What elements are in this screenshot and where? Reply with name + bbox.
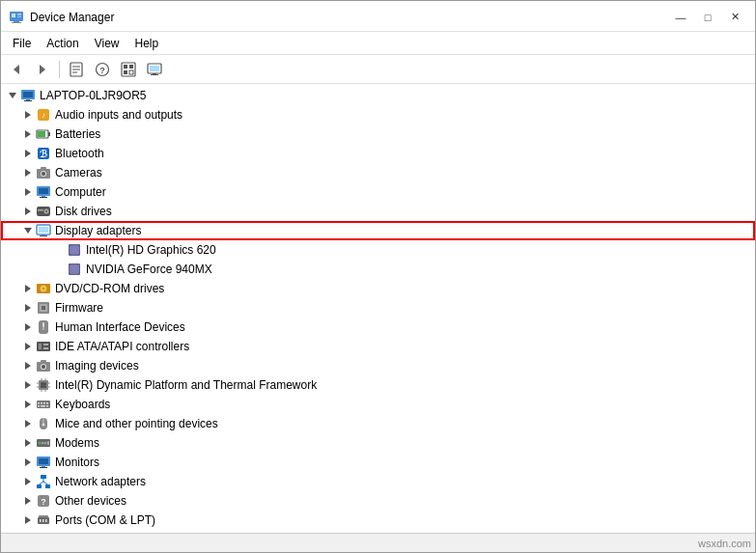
computer-icon [20, 88, 36, 103]
back-button[interactable] [5, 59, 28, 80]
tree-item-firmware[interactable]: Firmware [1, 298, 755, 318]
help-button[interactable]: ? [91, 59, 114, 80]
keyboards-icon [36, 397, 51, 412]
firmware-label: Firmware [55, 301, 103, 315]
tree-item-intel-gpu[interactable]: Intel(R) HD Graphics 620 [1, 240, 755, 260]
svg-rect-85 [41, 360, 46, 363]
other-expand-arrow[interactable] [20, 493, 36, 509]
ports-label: Ports (COM & LPT) [55, 513, 155, 527]
tree-item-keyboards[interactable]: Keyboards [1, 395, 755, 414]
tree-item-ports[interactable]: Ports (COM & LPT) [1, 511, 755, 530]
disk-expand-arrow[interactable] [20, 204, 36, 219]
svg-rect-27 [24, 100, 32, 101]
ports-expand-arrow[interactable] [20, 512, 36, 528]
mice-expand-arrow[interactable] [20, 416, 36, 431]
keyboards-expand-arrow[interactable] [20, 397, 36, 412]
tree-item-monitors[interactable]: Monitors [1, 453, 755, 472]
menu-view[interactable]: View [87, 35, 127, 52]
scan-button[interactable] [117, 59, 140, 80]
svg-rect-42 [41, 167, 46, 170]
tree-item-audio[interactable]: ♪ Audio inputs and outputs [1, 105, 755, 124]
svg-marker-72 [25, 323, 31, 331]
svg-rect-118 [39, 458, 48, 464]
svg-rect-47 [40, 197, 47, 198]
svg-rect-101 [43, 402, 45, 404]
svg-marker-38 [25, 169, 31, 177]
tree-item-mice[interactable]: Mice and other pointing devices [1, 414, 755, 433]
hid-expand-arrow[interactable] [20, 319, 36, 335]
tree-item-dvd[interactable]: DVD/CD-ROM drives [1, 279, 755, 298]
devices-view-button[interactable] [143, 59, 166, 80]
svg-rect-134 [42, 519, 44, 522]
svg-marker-6 [14, 65, 19, 74]
intel-gpu-label: Intel(R) HD Graphics 620 [86, 243, 216, 257]
tree-item-disk-drives[interactable]: Disk drives [1, 202, 755, 221]
tree-item-bluetooth[interactable]: ℬ Bluetooth [1, 144, 755, 163]
forward-button[interactable] [31, 59, 54, 80]
tree-container[interactable]: LAPTOP-0LJR9OR5 ♪ Audio inputs and outpu… [1, 84, 755, 533]
cameras-expand-arrow[interactable] [20, 165, 36, 180]
bluetooth-label: Bluetooth [55, 147, 104, 160]
svg-line-126 [40, 482, 44, 484]
ports-icon [36, 512, 51, 528]
dvd-expand-arrow[interactable] [20, 281, 36, 296]
root-label: LAPTOP-0LJR9OR5 [40, 89, 147, 102]
tree-item-modems[interactable]: Modems [1, 433, 755, 453]
minimize-button[interactable]: — [668, 8, 693, 27]
imaging-icon [36, 358, 51, 373]
root-expand-arrow[interactable] [5, 88, 20, 103]
tree-item-nvidia-gpu[interactable]: NVIDIA GeForce 940MX [1, 260, 755, 279]
dvd-label: DVD/CD-ROM drives [55, 282, 164, 295]
intel-platform-expand-arrow[interactable] [20, 377, 36, 393]
intel-platform-icon [36, 377, 51, 393]
svg-rect-133 [40, 519, 42, 522]
batteries-expand-arrow[interactable] [20, 126, 36, 142]
tree-item-batteries[interactable]: Batteries [1, 124, 755, 144]
mice-label: Mice and other pointing devices [55, 417, 218, 430]
svg-marker-81 [25, 362, 31, 370]
imaging-expand-arrow[interactable] [20, 358, 36, 373]
svg-marker-64 [25, 285, 31, 292]
other-label: Other devices [55, 494, 126, 508]
menu-help[interactable]: Help [127, 35, 167, 52]
computer-expand-arrow[interactable] [20, 184, 36, 200]
tree-item-hid[interactable]: Human Interface Devices [1, 318, 755, 337]
tree-item-computer[interactable]: Computer [1, 182, 755, 202]
monitors-expand-arrow[interactable] [20, 455, 36, 470]
ide-expand-arrow[interactable] [20, 339, 36, 354]
tree-item-display-adapters[interactable]: Display adapters [1, 221, 755, 240]
tree-root[interactable]: LAPTOP-0LJR9OR5 [1, 86, 755, 105]
tree-item-cameras[interactable]: Cameras [1, 163, 755, 182]
menu-file[interactable]: File [5, 35, 39, 52]
svg-marker-121 [25, 478, 31, 485]
audio-label: Audio inputs and outputs [55, 108, 182, 122]
audio-expand-arrow[interactable] [20, 107, 36, 123]
main-content: LAPTOP-0LJR9OR5 ♪ Audio inputs and outpu… [1, 84, 755, 533]
menu-action[interactable]: Action [39, 35, 86, 52]
modems-expand-arrow[interactable] [20, 435, 36, 451]
firmware-expand-arrow[interactable] [20, 300, 36, 316]
svg-rect-80 [43, 347, 48, 349]
tree-item-ide[interactable]: IDE ATA/ATAPI controllers [1, 337, 755, 356]
svg-marker-53 [24, 228, 32, 234]
status-bar: wsxdn.com [1, 533, 755, 552]
svg-rect-122 [41, 475, 46, 479]
bluetooth-expand-arrow[interactable] [20, 146, 36, 161]
display-expand-arrow[interactable] [20, 223, 36, 238]
tree-item-other[interactable]: ? Other devices [1, 491, 755, 511]
tree-item-network[interactable]: Network adapters [1, 472, 755, 491]
nvidia-gpu-label: NVIDIA GeForce 940MX [86, 263, 212, 276]
network-expand-arrow[interactable] [20, 474, 36, 489]
title-bar-left: Device Manager [9, 10, 114, 25]
svg-rect-3 [12, 14, 15, 17]
svg-rect-34 [38, 131, 45, 137]
svg-rect-20 [150, 66, 159, 71]
tree-item-intel-platform[interactable]: Intel(R) Dynamic Platform and Thermal Fr… [1, 375, 755, 395]
maximize-button[interactable]: □ [695, 8, 720, 27]
scan-icon [121, 62, 136, 77]
tree-item-imaging[interactable]: Imaging devices [1, 356, 755, 375]
other-icon: ? [36, 493, 51, 509]
svg-rect-135 [45, 519, 47, 522]
properties-button[interactable] [65, 59, 88, 80]
close-button[interactable]: ✕ [722, 8, 747, 27]
